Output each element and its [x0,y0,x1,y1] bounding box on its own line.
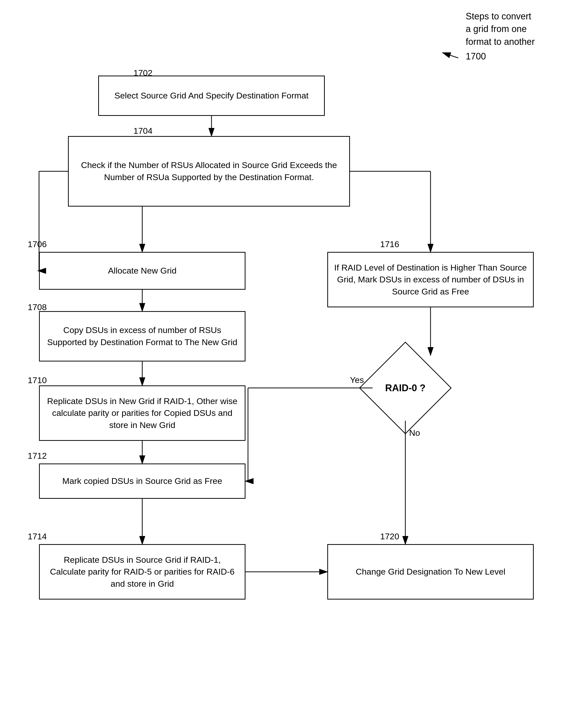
box-1720: Change Grid Designation To New Level [327,544,534,599]
box-1704: Check if the Number of RSUs Allocated in… [68,136,350,207]
label-1704: 1704 [133,126,153,136]
annotation-line2: a grid from one [466,23,535,35]
label-1720: 1720 [380,532,399,541]
diamond-1718-text: RAID-0 ? [373,355,438,421]
svg-text:Yes: Yes [350,375,364,385]
flowchart-diagram: Steps to convert a grid from one format … [0,0,570,728]
label-1716: 1716 [380,239,399,249]
svg-line-1 [443,53,458,58]
annotation-line3: format to another [466,35,535,48]
label-1714: 1714 [28,532,47,541]
label-1706: 1706 [28,239,47,249]
svg-text:No: No [409,428,420,437]
label-1712: 1712 [28,451,47,461]
box-1716: If RAID Level of Destination is Higher T… [327,252,534,307]
box-1708: Copy DSUs in excess of number of RSUs Su… [39,311,246,361]
box-1702: Select Source Grid And Specify Destinati… [98,75,325,116]
box-1710: Replicate DSUs in New Grid if RAID-1, Ot… [39,385,246,441]
annotation-top-right: Steps to convert a grid from one format … [466,10,535,63]
label-1710: 1710 [28,375,47,385]
diagram-id: 1700 [466,50,535,63]
label-1708: 1708 [28,302,47,312]
box-1714: Replicate DSUs in Source Grid if RAID-1,… [39,544,246,599]
box-1706: Allocate New Grid [39,252,246,290]
annotation-line1: Steps to convert [466,10,535,23]
box-1712: Mark copied DSUs in Source Grid as Free [39,464,246,499]
